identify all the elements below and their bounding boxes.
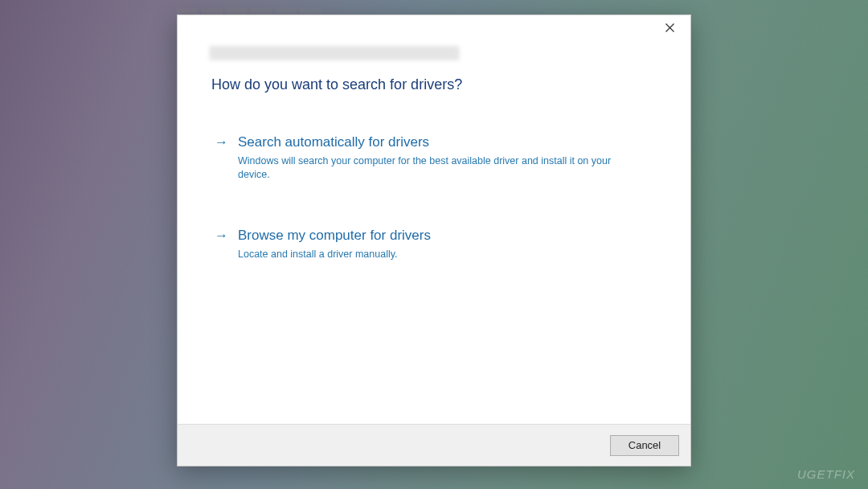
option-text: Search automatically for drivers Windows…	[238, 134, 653, 182]
dialog-question: How do you want to search for drivers?	[211, 76, 657, 93]
device-name-redacted	[210, 46, 459, 60]
option-browse-computer[interactable]: → Browse my computer for drivers Locate …	[211, 222, 657, 266]
cancel-button[interactable]: Cancel	[610, 435, 679, 456]
option-description: Locate and install a driver manually.	[238, 248, 624, 261]
dialog-footer: Cancel	[178, 424, 690, 466]
arrow-right-icon: →	[215, 227, 228, 261]
option-title: Browse my computer for drivers	[238, 227, 653, 244]
update-drivers-dialog: How do you want to search for drivers? →…	[177, 14, 691, 466]
background-taskbar-hint	[177, 8, 321, 14]
option-description: Windows will search your computer for th…	[238, 154, 624, 182]
dialog-content: How do you want to search for drivers? →…	[178, 76, 690, 424]
close-button[interactable]	[653, 16, 686, 39]
option-title: Search automatically for drivers	[238, 134, 653, 151]
close-icon	[665, 23, 674, 32]
arrow-right-icon: →	[215, 134, 228, 182]
titlebar	[178, 15, 690, 39]
watermark: UGETFIX	[797, 467, 855, 481]
option-search-automatically[interactable]: → Search automatically for drivers Windo…	[211, 129, 657, 187]
option-text: Browse my computer for drivers Locate an…	[238, 227, 653, 261]
